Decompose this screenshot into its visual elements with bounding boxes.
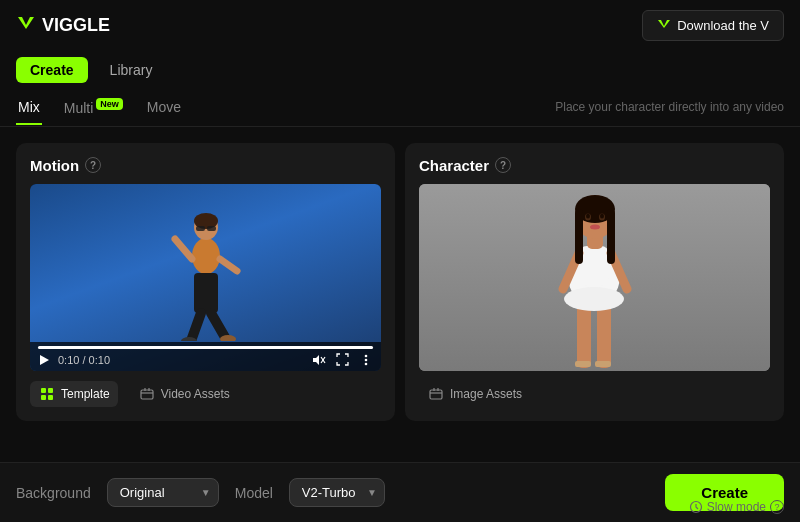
motion-panel: Motion ? (16, 143, 395, 421)
model-select-wrap: V2-Turbo V1 V2 ▼ (289, 478, 385, 507)
mode-tab-move[interactable]: Move (145, 93, 183, 125)
svg-point-2 (192, 238, 220, 274)
controls-row: 0:10 / 0:10 (38, 353, 373, 367)
fullscreen-button[interactable] (336, 353, 349, 366)
svg-marker-14 (40, 355, 49, 365)
svg-marker-1 (658, 20, 670, 28)
mode-tabs: Mix MultiNew Move Place your character d… (0, 89, 800, 127)
download-button[interactable]: Download the V (642, 10, 784, 41)
svg-line-8 (220, 259, 237, 271)
template-icon (38, 385, 56, 403)
image-assets-button[interactable]: Image Assets (419, 381, 530, 407)
main-content: Motion ? (0, 127, 800, 437)
motion-help-icon[interactable]: ? (85, 157, 101, 173)
character-image-container (419, 184, 770, 371)
nav-tab-library[interactable]: Library (96, 57, 167, 83)
background-label: Background (16, 485, 91, 501)
ctrl-left: 0:10 / 0:10 (38, 354, 110, 366)
svg-point-33 (564, 287, 624, 311)
svg-point-44 (586, 213, 590, 218)
model-label: Model (235, 485, 273, 501)
svg-rect-5 (196, 226, 205, 231)
svg-line-10 (191, 313, 201, 341)
svg-point-19 (365, 358, 368, 361)
character-panel: Character ? (405, 143, 784, 421)
svg-rect-9 (194, 273, 218, 313)
nav-tab-create[interactable]: Create (16, 57, 88, 83)
mode-subtitle: Place your character directly into any v… (555, 100, 784, 114)
svg-line-11 (211, 313, 226, 339)
svg-rect-22 (48, 388, 53, 393)
time-label: 0:10 / 0:10 (58, 354, 110, 366)
header: VIGGLE Download the V (0, 0, 800, 51)
video-assets-icon (138, 385, 156, 403)
motion-panel-title: Motion ? (30, 157, 381, 174)
slow-mode-help-icon[interactable]: ? (770, 500, 784, 514)
character-panel-title: Character ? (419, 157, 770, 174)
more-options-button[interactable] (359, 353, 373, 367)
svg-rect-23 (41, 395, 46, 400)
video-assets-button[interactable]: Video Assets (130, 381, 238, 407)
logo-v-icon (16, 13, 36, 38)
character-help-icon[interactable]: ? (495, 157, 511, 173)
svg-point-45 (600, 213, 604, 218)
svg-point-20 (365, 362, 368, 365)
svg-rect-47 (430, 390, 442, 399)
logo: VIGGLE (16, 13, 110, 38)
slow-mode-area: Slow mode ? (689, 500, 784, 514)
svg-rect-40 (575, 209, 583, 264)
svg-rect-6 (207, 226, 216, 231)
svg-marker-0 (18, 17, 34, 29)
svg-rect-30 (575, 361, 591, 367)
svg-rect-31 (595, 361, 611, 367)
background-select-wrap: Original Studio White Transparent ▼ (107, 478, 219, 507)
video-container: 0:10 / 0:10 (30, 184, 381, 371)
progress-fill (38, 346, 373, 349)
download-label: Download the V (677, 18, 769, 33)
multi-new-badge: New (96, 98, 123, 110)
svg-rect-21 (41, 388, 46, 393)
play-button[interactable] (38, 354, 50, 366)
svg-rect-41 (607, 209, 615, 264)
slow-mode-label: Slow mode (707, 500, 766, 514)
footer-bar: Background Original Studio White Transpa… (0, 462, 800, 522)
footer-left: Background Original Studio White Transpa… (16, 478, 385, 507)
motion-toolbar: Template Video Assets (30, 381, 381, 407)
svg-rect-34 (579, 246, 609, 286)
svg-line-7 (175, 239, 192, 259)
svg-marker-15 (313, 355, 319, 365)
background-select[interactable]: Original Studio White Transparent (107, 478, 219, 507)
model-select[interactable]: V2-Turbo V1 V2 (289, 478, 385, 507)
mode-tab-mix[interactable]: Mix (16, 93, 42, 125)
slow-mode-icon (689, 500, 703, 514)
svg-rect-24 (48, 395, 53, 400)
svg-rect-25 (141, 390, 153, 399)
ctrl-right (312, 353, 373, 367)
character-toolbar: Image Assets (419, 381, 770, 407)
character-svg (515, 184, 675, 371)
mute-button[interactable] (312, 354, 326, 366)
template-button[interactable]: Template (30, 381, 118, 407)
svg-point-46 (590, 224, 600, 229)
video-controls: 0:10 / 0:10 (30, 342, 381, 371)
logo-text: VIGGLE (42, 15, 110, 36)
download-v-icon (657, 17, 671, 34)
nav-tabs: Create Library (0, 51, 800, 89)
svg-point-18 (365, 354, 368, 357)
image-assets-icon (427, 385, 445, 403)
motion-character-svg (161, 191, 251, 341)
progress-bar[interactable] (38, 346, 373, 349)
character-figure (419, 184, 770, 371)
mode-tab-multi[interactable]: MultiNew (62, 93, 125, 126)
